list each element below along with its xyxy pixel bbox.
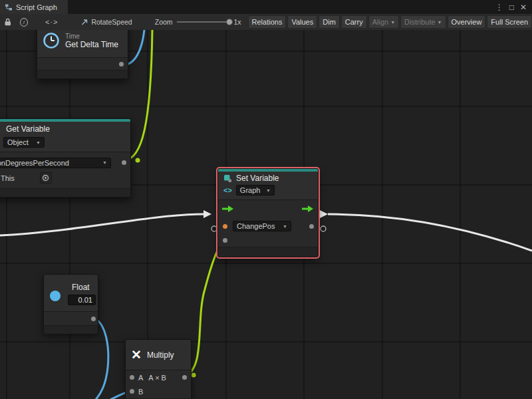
wire-dot: [136, 158, 140, 163]
toolbar-buttons: Relations Values Dim Carry Align▼ Distri…: [248, 15, 532, 29]
target-port-label: This: [1, 174, 15, 182]
window-maximize-icon[interactable]: □: [509, 3, 514, 12]
zoom-slider[interactable]: [177, 18, 231, 26]
output-port-new-value[interactable]: [309, 224, 314, 229]
overview-button[interactable]: Overview: [448, 15, 486, 29]
lock-icon[interactable]: [4, 18, 12, 26]
variable-icon: [223, 174, 232, 183]
zoom-slider-knob[interactable]: [226, 19, 233, 25]
self-target-button[interactable]: [40, 172, 52, 184]
output-port-delta-time[interactable]: [119, 62, 124, 66]
variable-name-dropdown[interactable]: RotationDegreesPerSecond ▼: [0, 158, 111, 168]
graph-canvas[interactable]: Time Get Delta Time Get Variable Object …: [0, 30, 532, 399]
caret-down-icon: ▼: [36, 140, 41, 145]
window-menu-icon[interactable]: ⋮: [495, 3, 503, 12]
port-result-label: A × B: [148, 374, 166, 382]
caret-down-icon: ▼: [283, 224, 287, 229]
output-port-result[interactable]: [182, 375, 187, 380]
float-value-field[interactable]: 0.01: [68, 295, 96, 305]
input-port-value[interactable]: [223, 238, 227, 243]
zoom-slider-track: [177, 21, 231, 23]
node-footer: [218, 247, 318, 257]
node-title: Multiply: [147, 350, 174, 360]
node-footer: [44, 325, 98, 334]
node-surtitle: Time: [65, 33, 118, 40]
flow-input-port[interactable]: [221, 205, 235, 214]
port-a-label: A: [138, 374, 143, 382]
flow-arrowhead-left: [203, 210, 211, 218]
script-graph-icon: [5, 3, 13, 11]
tab-script-graph[interactable]: Script Graph: [0, 0, 68, 14]
graph-toolbar: i <·> RotateSpeed Zoom 1x Relations Valu…: [0, 14, 532, 31]
variable-scope-dropdown[interactable]: Graph ▼: [236, 185, 275, 196]
window-close-icon[interactable]: ✕: [520, 3, 527, 12]
node-title: Get Variable: [6, 124, 126, 134]
node-get-variable[interactable]: Get Variable Object ▼ RotationDegreesPer…: [0, 118, 131, 198]
align-button: Align▼: [368, 15, 399, 29]
node-title: Float: [72, 283, 90, 292]
edit-graph-icon[interactable]: <·>: [45, 18, 59, 26]
tab-bar: Script Graph ⋮ □ ✕: [0, 0, 532, 15]
tab-title: Script Graph: [16, 3, 57, 11]
port-b-label: B: [138, 388, 143, 396]
node-title: Get Delta Time: [65, 40, 118, 49]
variable-name-dropdown[interactable]: ChangePos ▼: [233, 221, 291, 231]
node-title: Set Variable: [236, 174, 279, 183]
control-wire-right: [328, 214, 532, 251]
caret-down-icon: ▼: [102, 160, 107, 165]
carry-button[interactable]: Carry: [341, 15, 367, 29]
multiply-icon: ✕: [131, 348, 142, 361]
node-get-delta-time[interactable]: Time Get Delta Time: [37, 30, 128, 79]
output-port-variable-value[interactable]: [122, 160, 126, 165]
input-port-a[interactable]: [130, 375, 134, 380]
graph-scope-icon: <>: [223, 186, 232, 194]
unconnected-port-circle-left: [211, 226, 217, 231]
node-footer: [37, 70, 128, 78]
distribute-button: Distribute▼: [400, 15, 446, 29]
node-set-variable[interactable]: Set Variable <> Graph ▼: [217, 168, 319, 257]
zoom-label: Zoom: [155, 18, 173, 26]
dim-button[interactable]: Dim: [319, 15, 340, 29]
fullscreen-button[interactable]: Full Screen: [487, 15, 532, 29]
variable-scope-dropdown[interactable]: Object ▼: [3, 137, 45, 148]
graph-name-label: RotateSpeed: [91, 18, 132, 26]
unconnected-port-circle-right: [321, 226, 326, 231]
flow-arrowhead-right: [320, 210, 328, 218]
output-port-float[interactable]: [91, 317, 96, 321]
node-float[interactable]: Float 0.01: [43, 274, 98, 333]
zoom-value: 1x: [233, 18, 241, 26]
caret-down-icon: ▼: [438, 20, 442, 25]
float-type-icon: [50, 291, 61, 301]
values-button[interactable]: Values: [287, 15, 317, 29]
relations-button[interactable]: Relations: [248, 15, 287, 29]
info-icon[interactable]: i: [20, 18, 28, 27]
flow-output-port[interactable]: [301, 205, 315, 214]
graph-asset-icon: [80, 18, 88, 26]
caret-down-icon: ▼: [390, 20, 395, 25]
caret-down-icon: ▼: [266, 188, 271, 193]
clock-icon: [43, 32, 60, 49]
control-wire-left: [0, 214, 203, 235]
variable-name-port[interactable]: [223, 224, 227, 229]
wire-dot: [192, 373, 196, 378]
input-port-b[interactable]: [130, 389, 134, 394]
node-multiply[interactable]: ✕ Multiply A A × B B: [125, 339, 192, 399]
unity-script-graph-window: Script Graph ⋮ □ ✕ i <·> RotateSpeed Zoo…: [0, 0, 532, 399]
node-footer: [0, 188, 130, 197]
target-icon: [42, 174, 49, 182]
